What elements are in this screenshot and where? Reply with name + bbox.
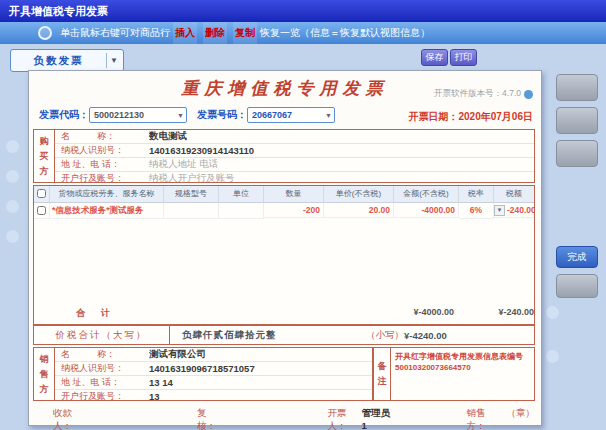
invoice-date: 开票日期：2020年07月06日 bbox=[409, 110, 534, 124]
col-header-unit: 单位 bbox=[219, 186, 264, 203]
seller-taxid-value: 14016319096718571057 bbox=[149, 363, 255, 374]
decoration-circle bbox=[6, 230, 19, 243]
decoration-circle bbox=[546, 350, 559, 363]
buyer-name-value: 数电测试 bbox=[149, 130, 187, 143]
confirm-button[interactable]: 完成 bbox=[556, 246, 598, 268]
buyer-bank-label: 开户行及账号： bbox=[61, 172, 149, 185]
row-checkbox[interactable] bbox=[37, 206, 46, 215]
item-rate[interactable]: 6% bbox=[459, 203, 494, 219]
col-header-rate: 税率 bbox=[459, 186, 494, 203]
items-table: 货物或应税劳务、服务名称 规格型号 单位 数量 单价(不含税) 金额(不含税) … bbox=[33, 185, 535, 325]
item-price[interactable]: 20.00 bbox=[324, 203, 394, 218]
item-qty[interactable]: -200 bbox=[264, 203, 324, 218]
invoice-code-label: 发票代码： bbox=[39, 108, 89, 122]
chevron-down-icon[interactable]: ▼ bbox=[175, 112, 186, 119]
side-button-2[interactable] bbox=[556, 107, 598, 134]
invoice-number-value: 20667067 bbox=[252, 110, 292, 120]
remark-content[interactable]: 开具红字增值税专用发票信息表编号 50010320073664570 bbox=[391, 348, 534, 400]
seller-address-row[interactable]: 地 址、电 话： 13 14 bbox=[55, 376, 372, 390]
item-spec[interactable] bbox=[164, 203, 219, 219]
seller-name-row[interactable]: 名 称： 测试有限公司 bbox=[55, 348, 372, 362]
side-button-3[interactable] bbox=[556, 140, 598, 167]
invoice-number-field[interactable]: 20667067 ▼ bbox=[247, 107, 335, 123]
sum-small: （小写） ¥-4240.00 bbox=[366, 326, 534, 344]
seller-taxid-row[interactable]: 纳税人识别号： 14016319096718571057 bbox=[55, 362, 372, 376]
item-unit[interactable] bbox=[219, 203, 264, 219]
main-background: 负数发票 ▼ 保存 打印 完成 重庆增值税专用发票 开票软件版本号：4.7.0 … bbox=[0, 44, 606, 430]
invoice-code-field[interactable]: 5000212130 ▼ bbox=[89, 107, 187, 123]
col-header-name: 货物或应税劳务、服务名称 bbox=[50, 186, 164, 203]
buyer-address-label: 地 址、电 话： bbox=[61, 158, 149, 171]
hint-action-insert[interactable]: 插入 bbox=[173, 22, 197, 44]
item-tax: -240.00 bbox=[507, 205, 534, 215]
status-circle-icon bbox=[38, 26, 52, 40]
decoration-circle bbox=[6, 170, 19, 183]
tax-dropdown-icon[interactable]: ▼ bbox=[494, 205, 505, 216]
print-button[interactable]: 打印 bbox=[450, 49, 477, 66]
hint-action-delete[interactable]: 删除 bbox=[203, 22, 227, 44]
seller-name-label: 名 称： bbox=[61, 348, 149, 361]
item-tax-cell[interactable]: ▼-240.00 bbox=[494, 203, 534, 218]
buyer-bank-row[interactable]: 开户行及账号： 纳税人开户行及账号 bbox=[55, 172, 534, 185]
info-icon[interactable] bbox=[524, 90, 533, 99]
seller-section: 销 售 方 名 称： 测试有限公司 纳税人识别号： 14016319096718… bbox=[33, 347, 373, 401]
buyer-name-label: 名 称： bbox=[61, 130, 149, 143]
side-button-4[interactable] bbox=[556, 274, 598, 298]
invoice-code-value: 5000212130 bbox=[94, 110, 144, 120]
save-button[interactable]: 保存 bbox=[421, 49, 448, 66]
seller-side-label: 销 售 方 bbox=[34, 348, 55, 400]
hint-action-copy[interactable]: 复制 bbox=[233, 22, 257, 44]
buyer-taxid-row[interactable]: 纳税人识别号： 14016319230914143110 bbox=[55, 144, 534, 158]
table-row[interactable]: *信息技术服务*测试服务 -200 20.00 -4000.00 6% ▼-24… bbox=[34, 203, 534, 219]
sum-row: 价税合计（大写） 负肆仟贰佰肆拾元整 （小写） ¥-4240.00 bbox=[33, 325, 535, 345]
version-note-text: 开票软件版本号：4.7.0 bbox=[434, 88, 521, 100]
version-note: 开票软件版本号：4.7.0 bbox=[434, 88, 533, 100]
table-header-row: 货物或应税劳务、服务名称 规格型号 单位 数量 单价(不含税) 金额(不含税) … bbox=[34, 186, 534, 203]
code-number-row: 发票代码： 5000212130 ▼ 发票号码： 20667067 ▼ bbox=[39, 107, 335, 123]
hint-text-prefix: 单击鼠标右键可对商品行 bbox=[60, 22, 170, 44]
totals-label: 合计 bbox=[76, 307, 126, 320]
remark-side-label: 备 注 bbox=[374, 348, 391, 400]
total-amount: ¥-4000.00 bbox=[329, 307, 454, 317]
invoice-type-value: 负数发票 bbox=[11, 54, 106, 68]
side-button-1[interactable] bbox=[556, 74, 598, 101]
payee-label: 收款人： bbox=[53, 407, 87, 430]
remark-section: 备 注 开具红字增值税专用发票信息表编号 50010320073664570 bbox=[373, 347, 535, 401]
seller-bank-row[interactable]: 开户行及账号： 13 bbox=[55, 390, 372, 403]
seal-label: （章） bbox=[507, 407, 536, 430]
decoration-circle bbox=[6, 140, 19, 153]
buyer-bank-value: 纳税人开户行及账号 bbox=[149, 172, 235, 185]
select-all-checkbox[interactable] bbox=[37, 189, 46, 198]
buyer-address-row[interactable]: 地 址、电 话： 纳税人地址 电话 bbox=[55, 158, 534, 172]
sum-small-value: ¥-4240.00 bbox=[404, 330, 447, 341]
hint-text-suffix: 恢复一览（信息＝恢复默认视图信息） bbox=[260, 22, 430, 44]
chevron-down-icon[interactable]: ▼ bbox=[106, 53, 121, 68]
col-header-amount: 金额(不含税) bbox=[394, 186, 459, 203]
remark-line1: 开具红字增值税专用发票信息表编号 bbox=[395, 351, 530, 362]
col-header-tax: 税额 bbox=[494, 186, 534, 203]
sum-words: 负肆仟贰佰肆拾元整 bbox=[170, 326, 366, 344]
buyer-address-value: 纳税人地址 电话 bbox=[149, 158, 218, 171]
item-name[interactable]: *信息技术服务*测试服务 bbox=[50, 203, 164, 219]
seller-address-label: 地 址、电 话： bbox=[61, 376, 149, 389]
seller-sign-label: 销售方： bbox=[467, 407, 501, 430]
seller-bank-value: 13 bbox=[149, 391, 160, 402]
drawer-value: 管理员1 bbox=[361, 407, 391, 430]
buyer-section: 购 买 方 名 称： 数电测试 纳税人识别号： 1401631923091414… bbox=[33, 129, 535, 183]
chevron-down-icon[interactable]: ▼ bbox=[323, 112, 334, 119]
invoice-type-dropdown[interactable]: 负数发票 ▼ bbox=[10, 49, 124, 72]
buyer-name-row[interactable]: 名 称： 数电测试 bbox=[55, 130, 534, 144]
col-header-spec: 规格型号 bbox=[164, 186, 219, 203]
invoice-number-label: 发票号码： bbox=[197, 108, 247, 122]
sum-label: 价税合计（大写） bbox=[34, 326, 170, 344]
buyer-taxid-label: 纳税人识别号： bbox=[61, 144, 149, 157]
seller-name-value: 测试有限公司 bbox=[149, 348, 206, 361]
sum-small-label: （小写） bbox=[366, 329, 404, 342]
decoration-circle bbox=[6, 200, 19, 213]
decoration-circle bbox=[546, 306, 559, 319]
item-amount[interactable]: -4000.00 bbox=[394, 203, 459, 218]
seller-taxid-label: 纳税人识别号： bbox=[61, 362, 149, 375]
col-header-qty: 数量 bbox=[264, 186, 324, 203]
title-bar: 开具增值税专用发票 bbox=[0, 0, 606, 22]
col-header-price: 单价(不含税) bbox=[324, 186, 394, 203]
